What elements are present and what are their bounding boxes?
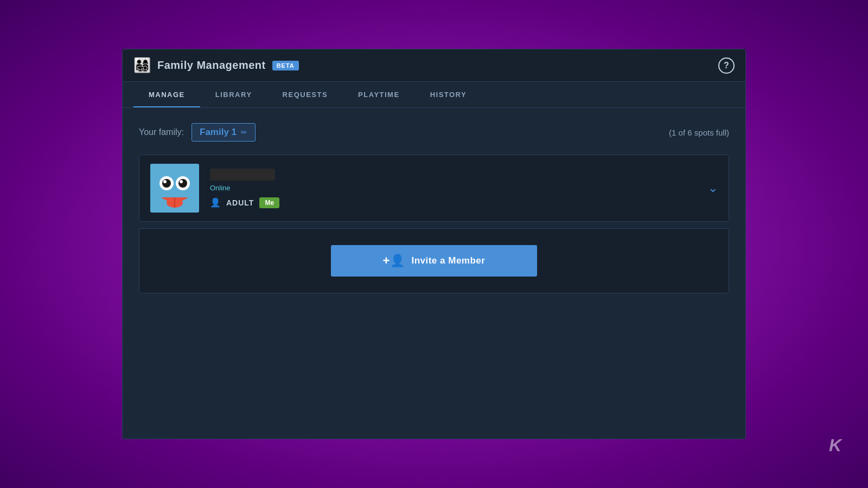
role-text: ADULT <box>226 198 254 207</box>
help-button[interactable]: ? <box>718 57 735 74</box>
family-header: Your family: Family 1 ✏ (1 of 6 spots fu… <box>139 123 729 142</box>
invite-member-button[interactable]: +👤 Invite a Member <box>331 245 537 277</box>
family-name-text: Family 1 <box>200 127 237 138</box>
member-name-redacted <box>210 169 275 181</box>
beta-badge: BETA <box>272 61 299 70</box>
family-management-icon: 👨‍👩‍👧‍👦 <box>133 57 151 74</box>
person-icon: 👤 <box>210 197 221 208</box>
svg-point-5 <box>178 179 187 188</box>
family-name-button[interactable]: Family 1 ✏ <box>192 123 256 142</box>
tab-library[interactable]: LIBRARY <box>200 82 267 107</box>
tab-requests[interactable]: REQUESTS <box>267 82 343 107</box>
spots-text: (1 of 6 spots full) <box>669 128 729 137</box>
svg-point-7 <box>180 180 183 183</box>
tab-history[interactable]: HISTORY <box>415 82 482 107</box>
add-person-icon: +👤 <box>383 254 405 268</box>
svg-point-4 <box>162 179 171 188</box>
member-card: Online 👤 ADULT Me ⌄ <box>139 155 729 222</box>
edit-icon: ✏ <box>241 128 247 137</box>
content-area: Your family: Family 1 ✏ (1 of 6 spots fu… <box>123 108 745 439</box>
member-info: Online 👤 ADULT Me <box>210 169 697 208</box>
your-family-label: Your family: <box>139 127 184 137</box>
family-label-row: Your family: Family 1 ✏ <box>139 123 256 142</box>
invite-button-label: Invite a Member <box>411 255 485 266</box>
main-window: 👨‍👩‍👧‍👦 Family Management BETA ? MANAGE … <box>122 49 746 439</box>
me-badge: Me <box>259 197 279 208</box>
invite-card: +👤 Invite a Member <box>139 228 729 293</box>
member-role-row: 👤 ADULT Me <box>210 197 697 208</box>
tab-manage[interactable]: MANAGE <box>133 82 200 107</box>
expand-button[interactable]: ⌄ <box>708 181 718 195</box>
title-bar: 👨‍👩‍👧‍👦 Family Management BETA ? <box>123 49 745 82</box>
window-title: Family Management <box>157 59 266 72</box>
svg-point-6 <box>163 180 167 183</box>
avatar <box>150 164 199 213</box>
tab-playtime[interactable]: PLAYTIME <box>343 82 415 107</box>
watermark: K <box>829 435 841 455</box>
member-status: Online <box>210 184 697 192</box>
title-bar-left: 👨‍👩‍👧‍👦 Family Management BETA <box>133 57 718 74</box>
tabs-bar: MANAGE LIBRARY REQUESTS PLAYTIME HISTORY <box>123 82 745 108</box>
